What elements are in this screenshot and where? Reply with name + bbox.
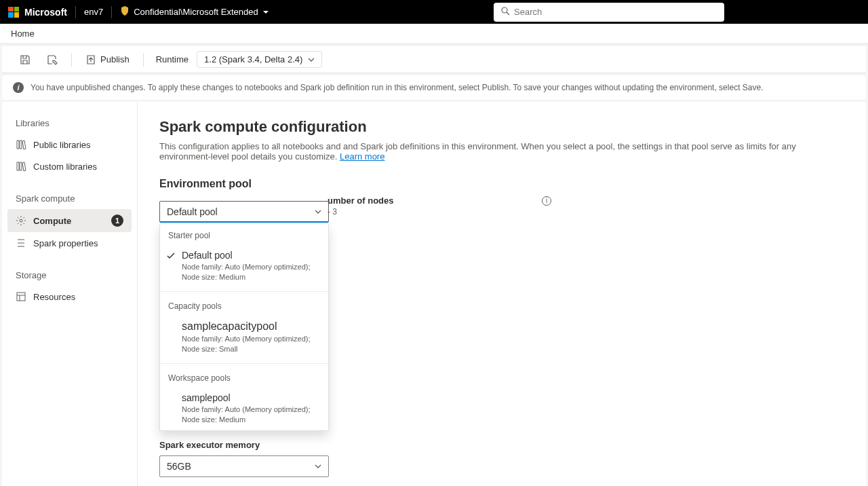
list-icon <box>16 238 26 248</box>
runtime-value: 1.2 (Spark 3.4, Delta 2.4) <box>204 54 302 64</box>
option-description: Node family: Auto (Memory optimized); No… <box>182 405 320 426</box>
runtime-dropdown[interactable]: 1.2 (Spark 3.4, Delta 2.4) <box>197 51 322 68</box>
brand-text: Microsoft <box>24 7 67 18</box>
publish-label: Publish <box>100 54 130 64</box>
dropdown-field[interactable]: Default pool <box>159 201 329 223</box>
sidebar-item-label: Compute <box>33 216 71 226</box>
option-description: Node family: Auto (Memory optimized); No… <box>182 334 320 355</box>
node-count-label-partial: umber of nodes <box>328 195 394 206</box>
divider <box>111 6 112 18</box>
dropdown-selected: Default pool <box>167 206 218 217</box>
learn-more-link[interactable]: Learn more <box>340 151 384 162</box>
option-description: Node family: Auto (Memory optimized); No… <box>182 262 320 283</box>
save-as-icon <box>47 54 58 65</box>
banner-text: You have unpublished changes. To apply t… <box>31 83 764 92</box>
dropdown-menu: Starter pool Default pool Node family: A… <box>159 223 329 431</box>
sidebar-item-label: Resources <box>33 292 75 302</box>
sidebar-item-label: Spark properties <box>33 238 98 248</box>
chevron-down-icon <box>262 9 269 16</box>
option-name: samplepool <box>182 392 320 403</box>
save-icon <box>20 54 31 65</box>
environment-name[interactable]: env7 <box>84 7 103 17</box>
executor-memory-label: Spark executor memory <box>159 440 844 450</box>
environment-pool-dropdown[interactable]: Default pool Starter pool Default pool N… <box>159 201 329 223</box>
dropdown-option-samplecapacitypool[interactable]: samplecapacitypool Node family: Auto (Me… <box>160 315 328 360</box>
sidebar: Libraries Public libraries Custom librar… <box>2 102 138 486</box>
sidebar-group-libraries: Libraries <box>7 113 132 134</box>
resources-icon <box>16 291 26 302</box>
sidebar-item-label: Custom libraries <box>33 162 97 172</box>
publish-button[interactable]: Publish <box>79 50 136 69</box>
svg-line-1 <box>507 12 509 15</box>
sidebar-item-label: Public libraries <box>33 140 91 150</box>
library-icon <box>16 139 26 150</box>
svg-point-2 <box>20 219 22 222</box>
chevron-down-icon <box>308 56 315 63</box>
executor-memory-value: 56GB <box>167 461 191 472</box>
sidebar-group-spark-compute: Spark compute <box>7 188 132 209</box>
environment-pool-title: Environment pool <box>159 178 844 190</box>
divider <box>75 6 76 18</box>
sidebar-item-custom-libraries[interactable]: Custom libraries <box>7 155 132 177</box>
svg-point-0 <box>502 7 507 13</box>
chevron-down-icon <box>315 463 321 470</box>
gear-icon <box>16 215 26 226</box>
page-title: Spark compute configuration <box>159 118 844 136</box>
top-bar: Microsoft env7 Confidential\Microsoft Ex… <box>0 0 868 24</box>
search-input[interactable] <box>514 7 717 17</box>
executor-memory-select[interactable]: 56GB <box>159 455 329 477</box>
option-name: Default pool <box>182 250 320 261</box>
svg-rect-3 <box>17 293 25 301</box>
option-name: samplecapacitypool <box>182 320 320 333</box>
save-as-button[interactable] <box>40 50 64 69</box>
compute-badge: 1 <box>111 214 123 227</box>
sensitivity-label[interactable]: Confidential\Microsoft Extended <box>120 6 269 18</box>
publish-icon <box>85 54 96 65</box>
node-count-card-partial: umber of nodes i - 3 <box>328 195 551 217</box>
info-icon: i <box>13 82 24 93</box>
sidebar-item-compute[interactable]: Compute 1 <box>7 209 132 232</box>
info-icon[interactable]: i <box>542 196 551 206</box>
dropdown-group-starter: Starter pool <box>160 224 328 244</box>
chevron-down-icon <box>315 208 321 215</box>
separator <box>71 53 72 67</box>
microsoft-logo-icon <box>8 7 19 18</box>
dropdown-option-samplepool[interactable]: samplepool Node family: Auto (Memory opt… <box>160 387 328 431</box>
divider <box>160 363 328 364</box>
search-icon <box>500 6 510 18</box>
sidebar-item-spark-properties[interactable]: Spark properties <box>7 232 132 254</box>
sidebar-group-storage: Storage <box>7 265 132 286</box>
microsoft-logo[interactable]: Microsoft <box>8 7 67 18</box>
runtime-label: Runtime <box>151 54 194 64</box>
home-breadcrumb[interactable]: Home <box>11 29 35 39</box>
dropdown-option-default-pool[interactable]: Default pool Node family: Auto (Memory o… <box>160 244 328 288</box>
checkmark-icon <box>167 251 175 262</box>
main-container: Libraries Public libraries Custom librar… <box>2 102 866 486</box>
dropdown-group-workspace: Workspace pools <box>160 367 328 387</box>
content-area: Spark compute configuration This configu… <box>138 102 866 486</box>
toolbar: Publish Runtime 1.2 (Spark 3.4, Delta 2.… <box>2 46 866 73</box>
page-description: This configuration applies to all notebo… <box>159 141 844 162</box>
divider <box>160 291 328 292</box>
breadcrumb-bar: Home <box>0 24 868 44</box>
sensitivity-text: Confidential\Microsoft Extended <box>134 7 258 17</box>
sidebar-item-public-libraries[interactable]: Public libraries <box>7 134 132 155</box>
info-banner: i You have unpublished changes. To apply… <box>2 75 866 100</box>
shield-icon <box>120 6 130 18</box>
sidebar-item-resources[interactable]: Resources <box>7 286 132 307</box>
separator <box>143 53 144 67</box>
save-button[interactable] <box>13 50 37 69</box>
node-count-value-partial: - 3 <box>328 207 551 217</box>
dropdown-group-capacity: Capacity pools <box>160 295 328 315</box>
library-icon <box>16 161 26 172</box>
search-box[interactable] <box>494 3 724 22</box>
